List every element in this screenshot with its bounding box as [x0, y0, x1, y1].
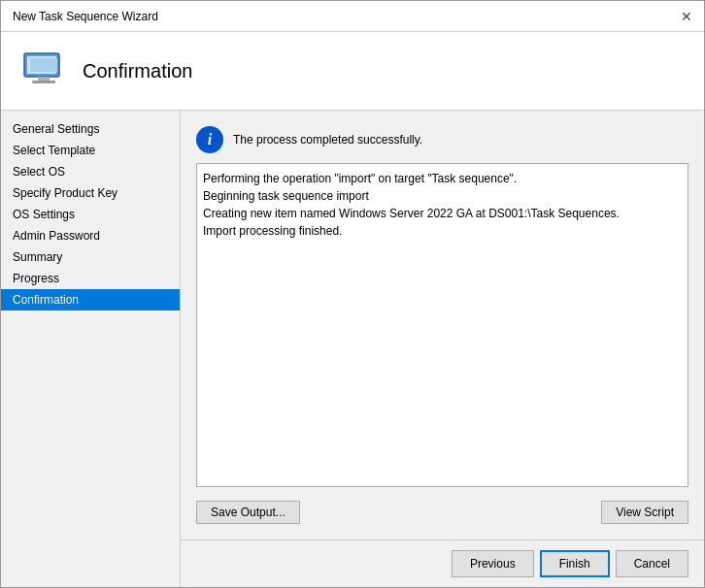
content-area: General Settings Select Template Select …: [1, 111, 704, 587]
sidebar-item-specify-product-key[interactable]: Specify Product Key: [1, 182, 180, 204]
sidebar-item-summary[interactable]: Summary: [1, 246, 180, 268]
finish-button[interactable]: Finish: [540, 550, 610, 577]
sidebar-item-select-os[interactable]: Select OS: [1, 161, 180, 182]
log-box[interactable]: Performing the operation "import" on tar…: [196, 163, 688, 487]
svg-rect-3: [32, 81, 55, 83]
sidebar: General Settings Select Template Select …: [1, 111, 181, 587]
main-content: i The process completed successfully. Pe…: [181, 111, 704, 539]
sidebar-item-confirmation[interactable]: Confirmation: [1, 289, 180, 310]
header-computer-icon: [20, 48, 67, 94]
page-title: Confirmation: [83, 60, 192, 82]
previous-button[interactable]: Previous: [452, 550, 534, 577]
save-output-button[interactable]: Save Output...: [196, 501, 300, 524]
status-text: The process completed successfully.: [233, 133, 422, 147]
svg-rect-2: [38, 77, 50, 81]
status-row: i The process completed successfully.: [196, 126, 688, 153]
sidebar-item-general-settings[interactable]: General Settings: [1, 118, 180, 140]
sidebar-item-progress[interactable]: Progress: [1, 268, 180, 289]
view-script-button[interactable]: View Script: [601, 501, 688, 524]
wizard-window: New Task Sequence Wizard ✕ Confirmation …: [0, 0, 705, 588]
mid-button-row: Save Output... View Script: [196, 501, 688, 524]
window-title: New Task Sequence Wizard: [13, 10, 158, 23]
title-bar: New Task Sequence Wizard ✕: [1, 1, 704, 32]
svg-rect-4: [30, 58, 57, 72]
sidebar-item-os-settings[interactable]: OS Settings: [1, 204, 180, 225]
main-wrapper: i The process completed successfully. Pe…: [181, 111, 704, 587]
header-section: Confirmation: [1, 32, 704, 111]
cancel-button[interactable]: Cancel: [616, 550, 688, 577]
info-icon: i: [196, 126, 223, 153]
sidebar-item-select-template[interactable]: Select Template: [1, 140, 180, 161]
sidebar-item-admin-password[interactable]: Admin Password: [1, 225, 180, 246]
close-button[interactable]: ✕: [681, 10, 692, 23]
footer: Previous Finish Cancel: [181, 539, 704, 587]
